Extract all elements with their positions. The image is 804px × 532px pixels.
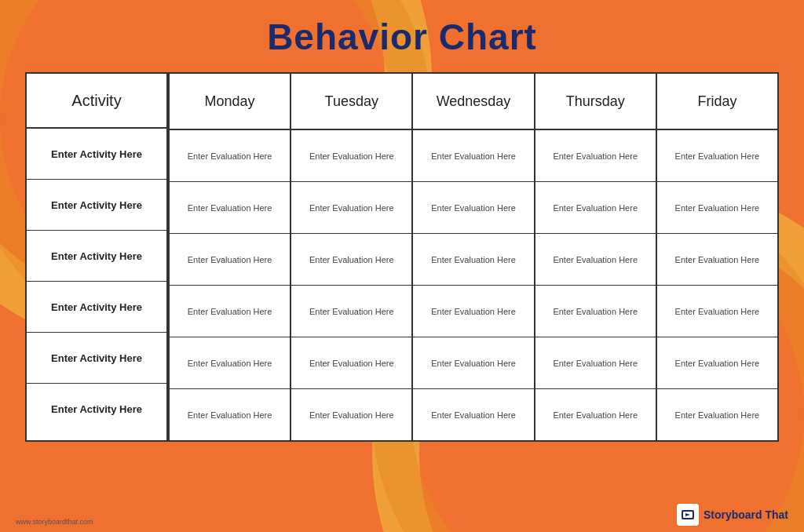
eval-cell-5-1[interactable]: Enter Evaluation Here — [290, 389, 411, 440]
eval-cell-0-0[interactable]: Enter Evaluation Here — [168, 130, 290, 181]
eval-row-1: Enter Evaluation HereEnter Evaluation He… — [168, 182, 777, 234]
eval-cell-1-4[interactable]: Enter Evaluation Here — [656, 182, 777, 233]
brand-logo: Storyboard That — [677, 504, 788, 526]
day-header-thursday: Thursday — [534, 74, 656, 129]
brand-name: Storyboard That — [704, 508, 788, 521]
eval-cell-1-2[interactable]: Enter Evaluation Here — [411, 182, 533, 233]
eval-cell-4-3[interactable]: Enter Evaluation Here — [534, 337, 656, 388]
eval-cell-2-3[interactable]: Enter Evaluation Here — [534, 234, 656, 285]
eval-cell-5-0[interactable]: Enter Evaluation Here — [168, 389, 290, 440]
days-columns: MondayTuesdayWednesdayThursdayFriday Ent… — [168, 74, 777, 440]
eval-cell-1-3[interactable]: Enter Evaluation Here — [534, 182, 656, 233]
activity-cell-0[interactable]: Enter Activity Here — [27, 129, 168, 180]
eval-cell-0-2[interactable]: Enter Evaluation Here — [411, 130, 533, 181]
eval-cell-3-2[interactable]: Enter Evaluation Here — [411, 286, 533, 337]
eval-cell-3-4[interactable]: Enter Evaluation Here — [656, 286, 777, 337]
activity-cell-4[interactable]: Enter Activity Here — [27, 333, 168, 384]
activity-column: Activity Enter Activity HereEnter Activi… — [27, 74, 168, 440]
day-header-monday: Monday — [168, 74, 290, 129]
eval-row-0: Enter Evaluation HereEnter Evaluation He… — [168, 130, 777, 182]
eval-cell-0-3[interactable]: Enter Evaluation Here — [534, 130, 656, 181]
activity-cell-3[interactable]: Enter Activity Here — [27, 282, 168, 333]
watermark: www.storyboardthat.com — [16, 518, 93, 526]
eval-cell-2-2[interactable]: Enter Evaluation Here — [411, 234, 533, 285]
eval-cell-2-0[interactable]: Enter Evaluation Here — [168, 234, 290, 285]
footer: Storyboard That — [677, 504, 788, 526]
eval-cell-3-0[interactable]: Enter Evaluation Here — [168, 286, 290, 337]
eval-cell-2-4[interactable]: Enter Evaluation Here — [656, 234, 777, 285]
eval-row-3: Enter Evaluation HereEnter Evaluation He… — [168, 286, 777, 337]
eval-cell-5-4[interactable]: Enter Evaluation Here — [656, 389, 777, 440]
behavior-chart: Activity Enter Activity HereEnter Activi… — [25, 72, 779, 442]
eval-cell-0-1[interactable]: Enter Evaluation Here — [290, 130, 411, 181]
activity-header-cell: Activity — [27, 74, 166, 129]
eval-cell-3-3[interactable]: Enter Evaluation Here — [534, 286, 656, 337]
eval-row-4: Enter Evaluation HereEnter Evaluation He… — [168, 337, 777, 389]
eval-cell-2-1[interactable]: Enter Evaluation Here — [290, 234, 411, 285]
day-header-friday: Friday — [656, 74, 777, 129]
storyboard-icon — [680, 507, 696, 523]
day-header-tuesday: Tuesday — [290, 74, 411, 129]
eval-cell-1-0[interactable]: Enter Evaluation Here — [168, 182, 290, 233]
page-title: Behavior Chart — [267, 16, 537, 58]
activity-cell-1[interactable]: Enter Activity Here — [27, 180, 168, 231]
eval-cell-4-0[interactable]: Enter Evaluation Here — [168, 337, 290, 388]
eval-cell-5-3[interactable]: Enter Evaluation Here — [534, 389, 656, 440]
main-content: Behavior Chart Activity Enter Activity H… — [0, 0, 804, 454]
eval-cell-4-1[interactable]: Enter Evaluation Here — [290, 337, 411, 388]
eval-cell-0-4[interactable]: Enter Evaluation Here — [656, 130, 777, 181]
activity-cells: Enter Activity HereEnter Activity HereEn… — [27, 129, 166, 435]
eval-row-2: Enter Evaluation HereEnter Evaluation He… — [168, 234, 777, 286]
eval-cell-4-4[interactable]: Enter Evaluation Here — [656, 337, 777, 388]
activity-cell-2[interactable]: Enter Activity Here — [27, 231, 168, 282]
day-header-wednesday: Wednesday — [411, 74, 533, 129]
eval-cell-4-2[interactable]: Enter Evaluation Here — [411, 337, 533, 388]
activity-cell-5[interactable]: Enter Activity Here — [27, 384, 168, 435]
eval-cell-3-1[interactable]: Enter Evaluation Here — [290, 286, 411, 337]
days-header-row: MondayTuesdayWednesdayThursdayFriday — [168, 74, 777, 130]
eval-cell-1-1[interactable]: Enter Evaluation Here — [290, 182, 411, 233]
brand-icon — [677, 504, 699, 526]
data-rows-container: Enter Evaluation HereEnter Evaluation He… — [168, 130, 777, 440]
eval-cell-5-2[interactable]: Enter Evaluation Here — [411, 389, 533, 440]
eval-row-5: Enter Evaluation HereEnter Evaluation He… — [168, 389, 777, 440]
